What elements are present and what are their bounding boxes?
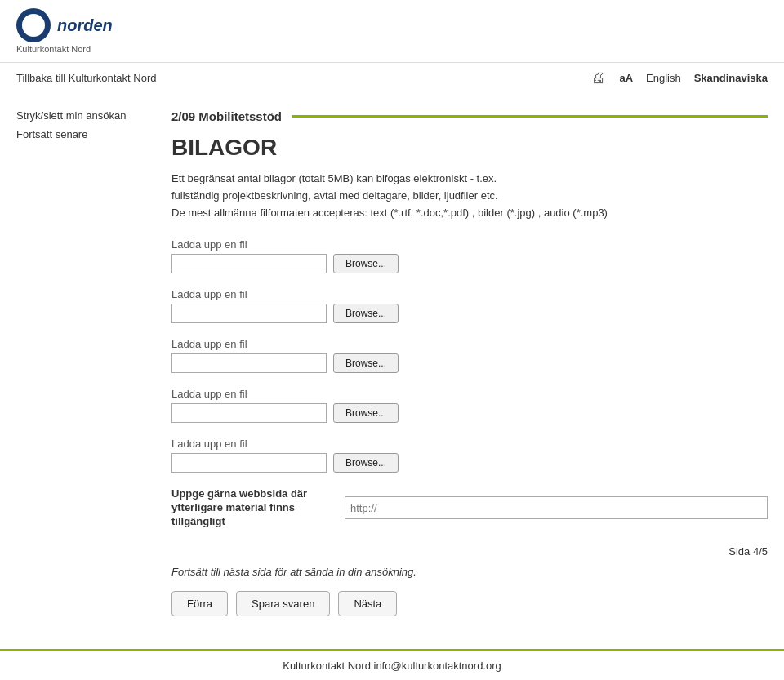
lang-swedish[interactable]: Skandinaviska xyxy=(694,72,768,84)
file-upload-row-3: Browse... xyxy=(172,353,768,373)
header: norden Kulturkontakt Nord xyxy=(0,0,784,63)
logo-area: norden Kulturkontakt Nord xyxy=(16,8,113,54)
sidebar-link-save-later[interactable]: Fortsätt senare xyxy=(16,128,147,140)
file-upload-row-5: Browse... xyxy=(172,453,768,473)
logo-icon xyxy=(16,8,51,42)
print-icon[interactable]: 🖨 xyxy=(591,69,606,87)
file-upload-label-3: Ladda upp en fil xyxy=(172,338,768,350)
submit-note: Fortsätt till nästa sida för att sända i… xyxy=(172,566,768,578)
section-header: 2/09 Mobilitetsstöd xyxy=(172,109,768,123)
logo-text: norden xyxy=(57,16,113,35)
file-upload-label-2: Ladda upp en fil xyxy=(172,288,768,300)
bottom-buttons: Förra Spara svaren Nästa xyxy=(172,591,768,616)
file-input-1[interactable] xyxy=(172,254,327,273)
browse-button-5[interactable]: Browse... xyxy=(333,453,399,473)
footer-text: Kulturkontakt Nord info@kulturkontaktnor… xyxy=(283,660,501,672)
page-heading: BILAGOR xyxy=(172,135,768,161)
file-upload-group-2: Ladda upp en fil Browse... xyxy=(172,288,768,323)
page-number: Sida 4/5 xyxy=(172,545,768,558)
file-upload-row-2: Browse... xyxy=(172,304,768,323)
section-title: 2/09 Mobilitetsstöd xyxy=(172,109,282,123)
browse-button-2[interactable]: Browse... xyxy=(333,304,399,323)
green-divider xyxy=(292,115,768,118)
file-upload-group-3: Ladda upp en fil Browse... xyxy=(172,338,768,373)
toolbar-right: 🖨 aA English Skandinaviska xyxy=(591,69,768,87)
content-area: 2/09 Mobilitetsstöd BILAGOR Ett begränsa… xyxy=(172,109,768,633)
browse-button-3[interactable]: Browse... xyxy=(333,353,399,373)
back-link[interactable]: Tillbaka till Kulturkontakt Nord xyxy=(16,72,156,84)
website-label: Uppge gärna webbsida där ytterligare mat… xyxy=(172,487,335,529)
file-upload-label-5: Ladda upp en fil xyxy=(172,438,768,450)
next-button[interactable]: Nästa xyxy=(338,591,397,616)
file-upload-group-1: Ladda upp en fil Browse... xyxy=(172,238,768,273)
file-upload-label-1: Ladda upp en fil xyxy=(172,238,768,251)
file-upload-row-1: Browse... xyxy=(172,254,768,273)
file-upload-group-5: Ladda upp en fil Browse... xyxy=(172,438,768,473)
save-button[interactable]: Spara svaren xyxy=(236,591,330,616)
sidebar: Stryk/slett min ansökan Fortsätt senare xyxy=(16,109,147,633)
file-input-4[interactable] xyxy=(172,403,327,423)
font-size-icon[interactable]: aA xyxy=(619,72,633,84)
website-input[interactable] xyxy=(345,496,768,519)
file-upload-group-4: Ladda upp en fil Browse... xyxy=(172,388,768,423)
file-input-2[interactable] xyxy=(172,304,327,323)
file-input-3[interactable] xyxy=(172,353,327,373)
file-upload-label-4: Ladda upp en fil xyxy=(172,388,768,400)
file-upload-row-4: Browse... xyxy=(172,403,768,423)
previous-button[interactable]: Förra xyxy=(172,591,228,616)
lang-english[interactable]: English xyxy=(646,72,681,84)
intro-text-1: Ett begränsat antal bilagor (totalt 5MB)… xyxy=(172,172,768,184)
logo-inner-circle xyxy=(22,14,45,37)
file-formats-text: De mest allmänna filformaten accepteras:… xyxy=(172,207,768,219)
main-layout: Stryk/slett min ansökan Fortsätt senare … xyxy=(0,93,784,649)
intro-text-2: fullständig projektbeskrivning, avtal me… xyxy=(172,189,768,202)
sidebar-link-delete[interactable]: Stryk/slett min ansökan xyxy=(16,109,147,122)
browse-button-4[interactable]: Browse... xyxy=(333,403,399,423)
website-section: Uppge gärna webbsida där ytterligare mat… xyxy=(172,487,768,529)
top-nav: Tillbaka till Kulturkontakt Nord 🖨 aA En… xyxy=(0,63,784,93)
logo-subtitle: Kulturkontakt Nord xyxy=(16,44,91,54)
footer-bar: Kulturkontakt Nord info@kulturkontaktnor… xyxy=(0,649,784,680)
file-input-5[interactable] xyxy=(172,453,327,473)
browse-button-1[interactable]: Browse... xyxy=(333,254,399,273)
